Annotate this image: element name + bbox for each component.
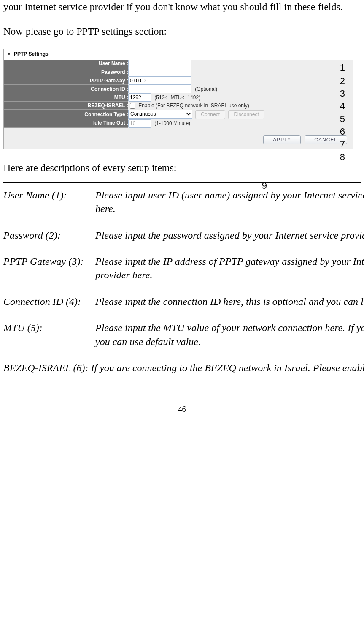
hint-mtu: (512<=MTU<=1492) (154, 95, 200, 101)
descriptions-table: User Name (1): Please input user ID (use… (3, 188, 364, 388)
callout-3: 3 (340, 87, 345, 101)
panel-title: PPTP Settings (4, 49, 353, 60)
disconnect-button[interactable]: Disconnect (228, 110, 264, 119)
desc-term: Password (2): (3, 228, 95, 255)
connect-button[interactable]: Connect (195, 110, 225, 119)
label-connid: Connection ID : (4, 85, 128, 93)
intro-paragraph-1: your Internet service provider if you do… (3, 0, 361, 14)
desc-term: PPTP Gateway (3): (3, 255, 95, 295)
label-username: User Name : (4, 60, 128, 68)
page-number: 46 (3, 404, 361, 415)
callout-9: 9 (262, 179, 267, 193)
input-mtu[interactable] (128, 93, 151, 102)
desc-row: PPTP Gateway (3): Please input the IP ad… (3, 255, 364, 295)
desc-row: Password (2): Please input the password … (3, 228, 364, 255)
pptp-settings-panel: PPTP Settings User Name : Password : PPT… (3, 49, 353, 149)
desc-row: BEZEQ-ISRAEL (6): If you are connecting … (3, 361, 364, 387)
desc-term: MTU (5): (3, 321, 95, 361)
callout-5: 5 (340, 113, 345, 126)
label-bezeq: BEZEQ-ISRAEL : (4, 102, 128, 110)
callout-7: 7 (340, 138, 345, 151)
callout-8: 8 (340, 151, 345, 164)
callout-6: 6 (340, 125, 345, 139)
descriptions-intro: Here are descriptions of every setup ite… (3, 161, 361, 175)
hint-idle: (1-1000 Minute) (154, 120, 190, 126)
desc-def: Please input the IP address of PPTP gate… (95, 255, 364, 295)
desc-row: Connection ID (4): Please input the conn… (3, 295, 364, 321)
callout-4: 4 (340, 100, 345, 113)
divider (3, 182, 361, 183)
desc-term: BEZEQ-ISRAEL (6): If you are connecting … (3, 361, 364, 387)
input-gateway[interactable] (128, 76, 191, 85)
input-idle[interactable] (128, 119, 151, 128)
screenshot-container: PPTP Settings User Name : Password : PPT… (3, 49, 353, 149)
checkbox-bezeq[interactable] (130, 103, 135, 109)
desc-def: Please input the MTU value of your netwo… (95, 321, 364, 361)
callout-1: 1 (340, 61, 345, 74)
desc-def: Please input user ID (user name) assigne… (95, 188, 364, 228)
apply-button[interactable]: APPLY (263, 135, 301, 144)
hint-bezeq: Enable (For BEZEQ network in ISRAEL use … (138, 103, 249, 109)
label-password: Password : (4, 68, 128, 76)
label-idle: Idle Time Out : (4, 119, 128, 128)
label-mtu: MTU : (4, 93, 128, 102)
desc-def: Please input the connection ID here, thi… (95, 295, 364, 321)
desc-def: Please input the password assigned by yo… (95, 228, 364, 255)
desc-term: User Name (1): (3, 188, 95, 228)
select-conntype[interactable]: Continuous (128, 110, 192, 119)
input-connid[interactable] (128, 85, 191, 93)
input-password[interactable] (128, 68, 191, 76)
desc-term: Connection ID (4): (3, 295, 95, 321)
label-conntype: Connection Type : (4, 110, 128, 119)
desc-row: User Name (1): Please input user ID (use… (3, 188, 364, 228)
intro-paragraph-2: Now please go to PPTP settings section: (3, 24, 361, 39)
label-gateway: PPTP Gateway : (4, 76, 128, 85)
hint-connid: (Optional) (195, 86, 217, 92)
desc-row: MTU (5): Please input the MTU value of y… (3, 321, 364, 361)
input-username[interactable] (128, 60, 191, 68)
callout-2: 2 (340, 75, 345, 88)
